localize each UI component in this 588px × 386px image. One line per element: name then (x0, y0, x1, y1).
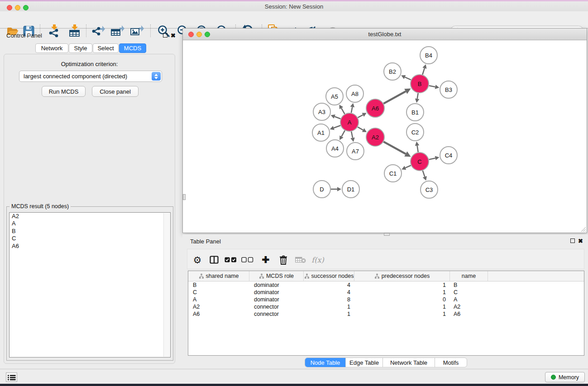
resize-grip-icon[interactable] (580, 226, 586, 232)
function-builder-button[interactable]: f(x) (311, 253, 325, 267)
attribute-icon (374, 273, 380, 279)
network-window-title: testGlobe.txt (183, 31, 587, 38)
graph-edge-A-A4[interactable] (341, 130, 344, 136)
network-window-titlebar[interactable]: testGlobe.txt (183, 29, 587, 40)
tab-edge-table[interactable]: Edge Table (346, 358, 383, 367)
close-panel-icon[interactable]: ✖ (171, 33, 176, 38)
create-column-button[interactable]: ✚ (258, 253, 273, 267)
column-label: MCDS role (266, 273, 294, 279)
table-cell: B (188, 281, 249, 289)
table-cell: B (450, 281, 488, 289)
graph-edge-A-A1[interactable] (334, 125, 340, 128)
graph-edge-C-C1[interactable] (405, 165, 411, 167)
table-cell: 1 (304, 303, 354, 310)
table-row[interactable]: Cdominator41C (188, 289, 584, 296)
graph-edge-A6-B[interactable] (383, 91, 406, 104)
mcds-result-item[interactable]: A (10, 220, 170, 227)
delete-column-button[interactable] (276, 253, 291, 267)
table-row[interactable]: A6connector11A6 (188, 310, 584, 318)
export-table-button[interactable] (110, 24, 125, 38)
table-row[interactable]: Adominator80A (188, 296, 584, 303)
graph-edge-B-B4[interactable] (422, 68, 425, 75)
criterion-select[interactable]: largest connected component (directed) (19, 71, 162, 82)
select-all-button[interactable] (223, 253, 238, 267)
graph-node-label: C4 (445, 152, 453, 159)
memory-label: Memory (559, 374, 579, 381)
graph-node-label: C1 (389, 170, 397, 177)
graph-edge-A-A2[interactable] (358, 127, 363, 130)
control-panel-title: Control Panel (6, 32, 42, 39)
mcds-result-item[interactable]: B (10, 228, 170, 235)
table-toolbar: ⚙ (187, 249, 584, 269)
mcds-list-scrollbar[interactable] (163, 213, 170, 357)
table-row[interactable]: A2connector11A2 (188, 303, 584, 310)
graph-edge-A-A6[interactable] (358, 115, 363, 118)
graph-edge-A-A8[interactable] (351, 107, 352, 113)
graph-edge-A2-C[interactable] (383, 142, 406, 154)
main-titlebar: Session: New Session (0, 1, 588, 11)
table-row[interactable]: Bdominator41B (188, 281, 584, 289)
table-cell: dominator (249, 289, 304, 296)
tab-node-table[interactable]: Node Table (305, 358, 346, 367)
graph-node-label: A2 (372, 134, 379, 141)
column-header-successor-nodes[interactable]: successor nodes (304, 271, 354, 281)
table-settings-button[interactable]: ⚙ (190, 253, 205, 267)
export-network-button[interactable] (91, 24, 106, 38)
mcds-result-item[interactable]: A6 (10, 243, 170, 250)
network-canvas[interactable]: B4B2BB3A5A8A6A3B1AA1C2A2A4A7C4CC1C3DD1 (183, 40, 587, 233)
table-cell: A (188, 296, 249, 303)
table-close-icon[interactable]: ✖ (578, 238, 583, 244)
export-image-button[interactable] (129, 24, 145, 38)
delete-table-button[interactable] (293, 253, 308, 267)
unchecked-boxes-icon (241, 257, 253, 262)
plus-icon: ✚ (262, 255, 270, 264)
graph-node-label: B2 (389, 68, 396, 75)
graph-edge-C-C4[interactable] (429, 158, 435, 159)
import-network-button[interactable] (47, 24, 62, 38)
column-header-name[interactable]: name (450, 271, 488, 281)
table-cell: A2 (450, 303, 488, 310)
memory-button[interactable]: Memory (545, 372, 585, 382)
attribute-icon (259, 273, 264, 279)
fx-icon: f(x) (311, 256, 324, 264)
canvas-left-handle[interactable] (183, 194, 186, 200)
table-cell: A6 (188, 310, 249, 318)
show-column-button[interactable] (207, 253, 221, 267)
import-table-button[interactable] (67, 24, 82, 38)
table-float-icon[interactable] (570, 238, 575, 243)
mcds-result-list[interactable]: A2ABCA6 (9, 212, 171, 357)
tab-select[interactable]: Select (93, 43, 119, 53)
column-header-shared-name[interactable]: shared name (188, 271, 249, 281)
column-label: predecessor nodes (382, 273, 430, 279)
column-header-mcds-role[interactable]: MCDS role (249, 271, 304, 281)
tab-network[interactable]: Network (35, 43, 68, 53)
graph-edge-A-A5[interactable] (341, 108, 344, 114)
graph-edge-B-B1[interactable] (417, 93, 418, 99)
mcds-result-item[interactable]: C (10, 235, 170, 242)
float-panel-icon[interactable] (163, 33, 167, 38)
tab-motifs[interactable]: Motifs (435, 358, 467, 367)
run-mcds-button[interactable]: Run MCDS (42, 86, 86, 97)
close-panel-button[interactable]: Close panel (92, 86, 139, 97)
deselect-all-button[interactable] (240, 253, 254, 267)
mcds-result-item[interactable]: A2 (10, 213, 170, 220)
graph-edge-B-B2[interactable] (405, 77, 411, 80)
status-bar: Memory (0, 369, 588, 384)
task-history-button[interactable] (6, 372, 17, 382)
column-label: shared name (206, 273, 239, 279)
graph-edge-A-A7[interactable] (351, 132, 353, 138)
tab-network-table[interactable]: Network Table (383, 358, 435, 367)
graph-edge-A-A3[interactable] (335, 117, 340, 119)
tab-mcds[interactable]: MCDS (119, 43, 146, 53)
graph-node-label: B1 (411, 109, 419, 116)
column-header-predecessor-nodes[interactable]: predecessor nodes (354, 271, 450, 281)
tab-style[interactable]: Style (69, 43, 92, 53)
graph-node-label: C3 (425, 186, 433, 193)
app-window: Session: New Session (0, 0, 588, 386)
mcds-result-title: MCDS result (5 nodes) (10, 203, 71, 210)
graph-edge-C-C3[interactable] (423, 171, 425, 177)
table-panel-top-handle[interactable] (384, 233, 390, 236)
column-label: successor nodes (311, 273, 354, 279)
graph-edge-C-C2[interactable] (417, 146, 418, 152)
graph-edge-B-B3[interactable] (429, 86, 435, 87)
